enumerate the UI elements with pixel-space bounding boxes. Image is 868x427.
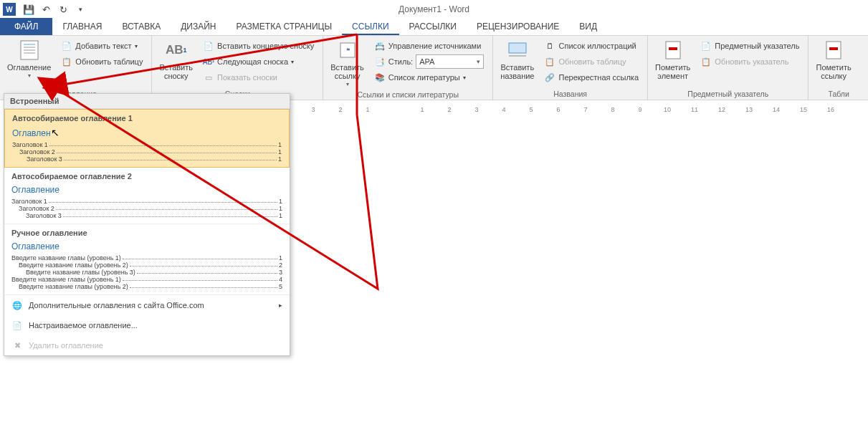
toc-label: Оглавление <box>7 63 51 72</box>
remove-icon: ✖ <box>11 340 23 351</box>
crossref-button[interactable]: 🔗 Перекрестная ссылка <box>541 70 642 85</box>
more-office-label: Дополнительные оглавления с сайта Office… <box>29 301 204 310</box>
update-toc-label: Обновить таблицу <box>75 57 143 66</box>
group-citations-label: Ссылки и списки литературы <box>326 89 490 100</box>
tab-references[interactable]: ССЫЛКИ <box>342 19 399 35</box>
ruler-tick: 14 <box>763 106 790 113</box>
remove-toc-button: ✖ Удалить оглавление <box>4 335 290 355</box>
toc-preview-row: Введите название главы (уровень 2)5 <box>11 283 282 290</box>
tab-design[interactable]: ДИЗАЙН <box>171 19 226 35</box>
g-auto1-title: Автособираемое оглавление 1 <box>12 114 282 123</box>
insert-citation-button[interactable]: ❝ Вставить ссылку ▾ <box>326 37 368 89</box>
svg-text:❝: ❝ <box>345 47 349 54</box>
mark-entry-icon <box>662 39 685 62</box>
chevron-down-icon: ▾ <box>291 59 294 65</box>
manage-sources-button[interactable]: 📇 Управление источниками <box>371 39 487 53</box>
cursor-icon: ↖ <box>51 127 59 138</box>
add-text-label: Добавить текст <box>75 42 131 50</box>
next-footnote-label: Следующая сноска <box>217 57 288 66</box>
g-auto1-heading: Оглавлен <box>12 128 51 138</box>
svg-rect-10 <box>669 47 677 50</box>
footnote-icon: AB1 <box>165 39 188 62</box>
tab-file[interactable]: ФАЙЛ <box>0 18 52 35</box>
insert-index-button[interactable]: 📄 Предметный указатель <box>697 39 802 53</box>
update-index-button: 📋 Обновить указатель <box>697 54 802 69</box>
redo-icon[interactable]: ↻ <box>56 2 70 16</box>
undo-icon[interactable]: ↶ <box>39 2 53 16</box>
remove-toc-label: Удалить оглавление <box>29 341 103 350</box>
refresh-icon: 📋 <box>544 56 555 67</box>
toc-preview-row: Заголовок 11 <box>12 141 282 148</box>
group-index: Пометить элемент 📄 Предметный указатель … <box>648 36 809 100</box>
biblio-icon: 📚 <box>374 72 386 83</box>
chevron-down-icon: ▾ <box>463 75 466 81</box>
horizontal-ruler[interactable]: 32112345678910111213141516 <box>300 106 868 119</box>
gallery-section-builtin: Встроенный <box>4 94 290 109</box>
ruler-tick: 4 <box>490 106 518 113</box>
more-from-office-button[interactable]: 🌐 Дополнительные оглавления с сайта Offi… <box>4 295 290 315</box>
update-toc-button[interactable]: 📋 Обновить таблицу <box>58 54 146 69</box>
custom-toc-button[interactable]: 📄 Настраиваемое оглавление... <box>4 315 290 335</box>
tab-view[interactable]: ВИД <box>569 19 607 35</box>
toc-preview-row: Заголовок 21 <box>11 205 282 212</box>
mark-citation-button[interactable]: Пометить ссылку <box>811 37 855 82</box>
style-value: APA <box>419 57 434 66</box>
refresh-icon: 📋 <box>61 56 72 67</box>
gallery-item-manual[interactable]: Ручное оглавление Оглавление Введите наз… <box>4 224 290 295</box>
ruler-tick: 8 <box>599 106 626 113</box>
tab-mailings[interactable]: РАССЫЛКИ <box>399 19 467 35</box>
tab-review[interactable]: РЕЦЕНЗИРОВАНИЕ <box>467 19 569 35</box>
toc-preview-row: Заголовок 31 <box>11 212 282 219</box>
toc-preview-row: Введите название главы (уровень 1)4 <box>11 276 282 283</box>
ruler-tick: 15 <box>790 106 817 113</box>
tab-home[interactable]: ГЛАВНАЯ <box>52 19 112 35</box>
update-index-label: Обновить указатель <box>715 57 788 66</box>
document-title: Документ1 - Word <box>399 4 469 14</box>
ruler-tick: 9 <box>626 106 654 113</box>
g-auto2-heading: Оглавление <box>11 185 282 195</box>
next-footnote-button[interactable]: AB¹ Следующая сноска ▾ <box>200 54 317 69</box>
mark-entry-button[interactable]: Пометить элемент <box>651 37 695 82</box>
ruler-tick: 13 <box>735 106 763 113</box>
crossref-label: Перекрестная ссылка <box>558 73 639 82</box>
ruler-tick: 2 <box>436 106 463 113</box>
chevron-down-icon: ▾ <box>135 43 138 49</box>
gallery-item-auto2[interactable]: Автособираемое оглавление 2 Оглавление З… <box>4 168 290 224</box>
title-bar: W 💾 ↶ ↻ ▾ Документ1 - Word <box>0 0 868 19</box>
citation-style-row: 📑 Стиль: APA <box>371 54 487 69</box>
group-index-label: Предметный указатель <box>651 88 805 100</box>
add-text-button[interactable]: 📄 Добавить текст ▾ <box>58 39 146 53</box>
qat-customize-icon[interactable]: ▾ <box>73 2 87 16</box>
mark-citation-icon <box>822 39 845 62</box>
crossref-icon: 🔗 <box>544 72 555 83</box>
g-manual-title: Ручное оглавление <box>11 229 282 237</box>
insert-footnote-button[interactable]: AB1 Вставить сноску <box>155 37 197 82</box>
insert-endnote-button[interactable]: 📄 Вставить концевую сноску <box>200 39 317 53</box>
save-icon[interactable]: 💾 <box>22 2 36 16</box>
tab-insert[interactable]: ВСТАВКА <box>112 19 171 35</box>
toc-preview-row: Заголовок 11 <box>11 198 282 205</box>
gallery-item-auto1[interactable]: Автособираемое оглавление 1 Оглавлен↖ За… <box>4 109 290 168</box>
toc-button[interactable]: Оглавление ▾ <box>3 37 55 80</box>
ruler-tick: 2 <box>327 106 354 113</box>
bibliography-button[interactable]: 📚 Список литературы ▾ <box>371 70 487 85</box>
svg-rect-12 <box>829 47 838 50</box>
figure-list-button[interactable]: 🗒 Список иллюстраций <box>541 39 642 53</box>
ruler-tick: 11 <box>681 106 708 113</box>
mark-entry-label: Пометить элемент <box>655 63 690 80</box>
toc-gallery-dropdown: Встроенный Автособираемое оглавление 1 О… <box>4 93 290 356</box>
insert-caption-button[interactable]: Вставить название <box>496 37 538 82</box>
ruler-tick: 3 <box>463 106 490 113</box>
endnote-label: Вставить концевую сноску <box>217 42 314 50</box>
insert-index-label: Предметный указатель <box>715 42 799 50</box>
chevron-right-icon: ▸ <box>279 302 282 309</box>
figure-list-icon: 🗒 <box>544 40 555 52</box>
add-text-icon: 📄 <box>61 40 72 52</box>
manage-sources-label: Управление источниками <box>388 42 481 50</box>
caption-icon <box>506 39 529 62</box>
refresh-icon: 📋 <box>700 56 712 67</box>
style-select[interactable]: APA <box>416 54 484 69</box>
group-captions: Вставить название 🗒 Список иллюстраций 📋… <box>493 36 648 100</box>
update-captions-label: Обновить таблицу <box>558 57 626 66</box>
tab-layout[interactable]: РАЗМЕТКА СТРАНИЦЫ <box>226 19 343 35</box>
